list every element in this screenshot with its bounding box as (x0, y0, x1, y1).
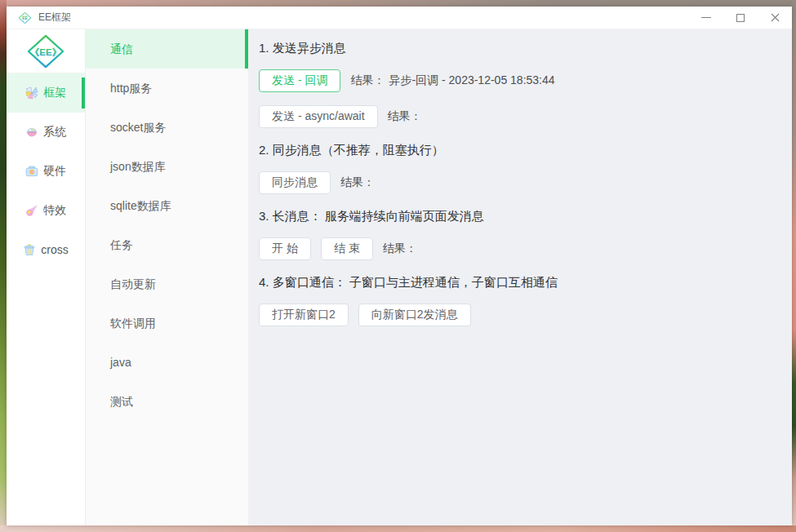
sidebar-item-effects[interactable]: 特效 (7, 191, 85, 230)
minimize-button[interactable] (689, 7, 723, 29)
subnav-item-ipc[interactable]: 通信 (86, 29, 248, 69)
sidebar-item-system[interactable]: 系统 (7, 113, 85, 152)
sidebar-item-label: cross (41, 243, 68, 256)
sidebar-item-label: 框架 (43, 86, 66, 100)
main-content: 1. 发送异步消息 发送 - 回调 结果：异步-回调 - 2023-12-05 … (249, 29, 792, 525)
row-sync: 同步消息 结果： (259, 171, 782, 194)
desktop-wallpaper-left (0, 0, 7, 532)
row-multiwindow: 打开新窗口2 向新窗口2发消息 (259, 304, 782, 326)
ee-logo: 《EE》 (24, 33, 67, 70)
subnav-item-http[interactable]: http服务 (86, 69, 248, 108)
subnav-item-socket[interactable]: socket服务 (86, 108, 248, 147)
app-logo-icon: EE (18, 11, 32, 24)
close-button[interactable] (758, 7, 792, 29)
desktop-wallpaper-top (0, 0, 796, 7)
result-label: 结果： (350, 73, 385, 86)
result-label: 结果： (388, 109, 422, 122)
bin-icon (23, 243, 36, 256)
sidebar-item-hardware[interactable]: 硬件 (7, 152, 85, 191)
sidebar-item-label: 硬件 (43, 164, 66, 179)
close-icon (771, 13, 780, 22)
section-title-sync: 2. 同步消息（不推荐，阻塞执行） (259, 141, 782, 158)
window-controls (689, 7, 792, 29)
result-async-await: 结果： (388, 109, 426, 124)
subnav-item-java[interactable]: java (86, 343, 248, 382)
send-window2-button[interactable]: 向新窗口2发消息 (358, 304, 471, 326)
send-callback-button[interactable]: 发送 - 回调 (259, 69, 340, 92)
section-title-long: 3. 长消息： 服务端持续向前端页面发消息 (259, 207, 782, 224)
svg-text:《EE》: 《EE》 (30, 47, 61, 56)
comet-icon (25, 204, 38, 217)
desktop-wallpaper-right (792, 0, 796, 532)
row-long-message: 开 始 结 束 结果： (259, 237, 782, 260)
sub-sidebar: 通信 http服务 socket服务 json数据库 sqlite数据库 任务 … (86, 29, 249, 525)
subnav-item-autoupdate[interactable]: 自动更新 (86, 264, 248, 304)
maximize-icon (736, 14, 745, 22)
sidebar-item-label: 系统 (43, 125, 66, 140)
pinwheel-icon (25, 86, 38, 100)
result-long: 结果： (383, 242, 421, 256)
start-button[interactable]: 开 始 (259, 237, 311, 260)
result-label: 结果： (383, 242, 417, 255)
titlebar[interactable]: EE EE框架 (7, 7, 792, 29)
primary-sidebar: 《EE》 框架 (7, 29, 86, 525)
camera-icon (25, 165, 38, 178)
subnav-item-jsondb[interactable]: json数据库 (86, 147, 248, 186)
logo-cell: 《EE》 (7, 29, 85, 73)
sync-message-button[interactable]: 同步消息 (259, 171, 331, 194)
subnav-item-software[interactable]: 软件调用 (86, 304, 248, 343)
basket-eggs-icon (25, 126, 38, 139)
result-label: 结果： (340, 175, 375, 188)
sidebar-item-framework[interactable]: 框架 (7, 73, 85, 113)
result-async-callback: 结果：异步-回调 - 2023-12-05 18:53:44 (350, 73, 554, 88)
maximize-button[interactable] (723, 7, 758, 29)
subnav-item-test[interactable]: 测试 (86, 382, 248, 421)
app-window: EE EE框架 (7, 7, 792, 525)
result-value: 异步-回调 - 2023-12-05 18:53:44 (389, 73, 554, 86)
app-body: 《EE》 框架 (7, 29, 792, 525)
subnav-item-jobs[interactable]: 任务 (86, 225, 248, 264)
stop-button[interactable]: 结 束 (321, 237, 373, 260)
result-sync: 结果： (340, 175, 379, 190)
window-title: EE框架 (38, 11, 71, 24)
row-async-await: 发送 - async/await 结果： (259, 105, 782, 128)
open-window2-button[interactable]: 打开新窗口2 (259, 304, 349, 326)
svg-text:EE: EE (22, 16, 28, 20)
row-async-callback: 发送 - 回调 结果：异步-回调 - 2023-12-05 18:53:44 (259, 69, 782, 92)
sidebar-item-cross[interactable]: cross (7, 230, 85, 269)
send-await-button[interactable]: 发送 - async/await (259, 105, 378, 128)
sidebar-item-label: 特效 (43, 203, 66, 218)
desktop-wallpaper-bottom (0, 525, 796, 532)
section-title-multiwindow: 4. 多窗口通信： 子窗口与主进程通信，子窗口互相通信 (259, 273, 782, 290)
subnav-item-sqlitedb[interactable]: sqlite数据库 (86, 186, 248, 225)
minimize-icon (701, 17, 711, 18)
section-title-async: 1. 发送异步消息 (259, 39, 782, 56)
